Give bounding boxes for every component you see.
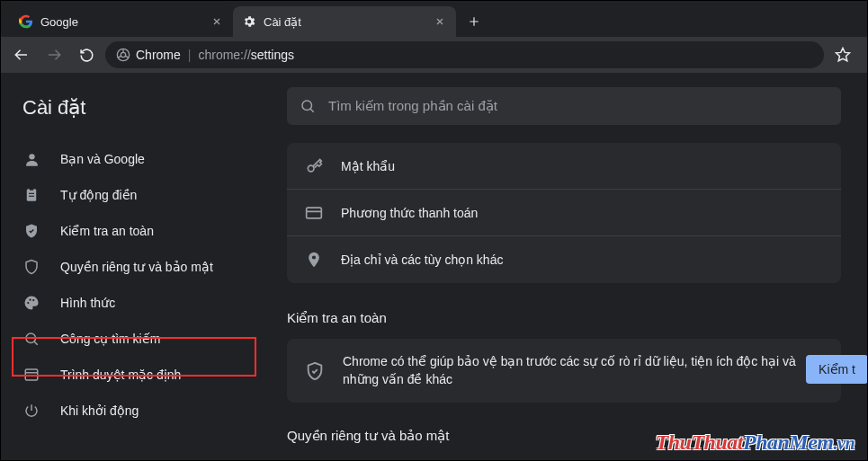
sidebar-item-label: Công cụ tìm kiếm [60,332,160,346]
tab-strip: Google Cài đặt [1,1,867,37]
svg-rect-3 [27,189,37,201]
tab-title: Cài đặt [264,15,425,29]
tab-google[interactable]: Google [10,6,233,37]
back-button[interactable] [8,41,35,68]
svg-point-10 [26,333,36,343]
safety-check-text: Chrome có thể giúp bảo vệ bạn trước các … [343,353,823,388]
gear-icon [242,14,256,29]
svg-point-7 [27,302,29,304]
row-label: Mật khẩu [341,159,395,173]
search-placeholder: Tìm kiếm trong phần cài đặt [328,98,497,114]
power-icon [22,402,40,420]
sidebar-item-default-browser[interactable]: Trình duyệt mặc định [1,357,247,393]
sidebar-item-search-engine[interactable]: Công cụ tìm kiếm [1,321,247,357]
pin-icon [305,251,323,269]
svg-rect-14 [307,208,322,218]
chrome-icon [116,48,130,62]
sidebar-item-safety-check[interactable]: Kiểm tra an toàn [1,213,247,249]
sidebar-item-label: Khi khởi động [60,403,139,418]
row-label: Phương thức thanh toán [341,206,478,220]
svg-point-12 [302,101,312,111]
shield-check-icon [22,222,40,240]
sidebar-item-label: Hình thức [60,296,115,310]
svg-rect-11 [25,369,38,380]
toolbar: Chrome | chrome://settings [1,37,867,73]
settings-search-input[interactable]: Tìm kiếm trong phần cài đặt [287,87,841,125]
address-bar[interactable]: Chrome | chrome://settings [105,41,824,68]
shield-icon [22,258,40,276]
content-area: Cài đặt Bạn và Google Tự động điền Kiểm … [1,73,867,460]
clipboard-icon [22,186,40,204]
key-icon [305,157,323,175]
sidebar-item-on-startup[interactable]: Khi khởi động [1,393,247,429]
shield-check-icon [305,361,325,381]
tab-settings[interactable]: Cài đặt [233,6,456,37]
sidebar-item-label: Quyền riêng tư và bảo mật [60,260,213,274]
sidebar-item-you-and-google[interactable]: Bạn và Google [1,141,247,177]
new-tab-button[interactable] [461,9,487,34]
settings-sidebar: Cài đặt Bạn và Google Tự động điền Kiểm … [1,73,262,460]
svg-point-8 [29,299,31,301]
privacy-heading: Quyền riêng tư và bảo mật [287,428,841,444]
autofill-card: Mật khẩu Phương thức thanh toán Địa chỉ … [287,143,841,283]
passwords-row[interactable]: Mật khẩu [287,143,841,190]
sidebar-item-label: Kiểm tra an toàn [60,224,154,238]
sidebar-item-label: Bạn và Google [60,152,145,166]
omnibox-url: chrome://settings [198,48,294,62]
svg-rect-6 [29,196,34,197]
sidebar-item-label: Trình duyệt mặc định [60,368,181,382]
chrome-chip: Chrome [116,48,181,62]
tab-title: Google [40,15,202,29]
sidebar-item-autofill[interactable]: Tự động điền [1,177,247,213]
palette-icon [22,294,40,312]
page-title: Cài đặt [1,87,262,141]
sidebar-item-label: Tự động điền [60,188,137,202]
reload-button[interactable] [73,41,100,68]
svg-point-9 [32,299,34,301]
settings-main: Tìm kiếm trong phần cài đặt Mật khẩu Phư… [262,73,867,460]
browser-icon [22,366,40,384]
search-icon [22,330,40,348]
svg-rect-5 [29,193,34,194]
person-icon [22,150,40,168]
omnibox-divider: | [188,48,192,62]
svg-rect-4 [30,188,34,191]
chrome-chip-label: Chrome [136,48,181,62]
payment-methods-row[interactable]: Phương thức thanh toán [287,190,841,236]
safety-check-button[interactable]: Kiểm t [806,355,868,384]
sidebar-item-appearance[interactable]: Hình thức [1,285,247,321]
google-favicon-icon [19,14,33,29]
sidebar-item-privacy[interactable]: Quyền riêng tư và bảo mật [1,249,247,285]
svg-point-1 [121,52,125,57]
svg-point-2 [29,154,34,159]
row-label: Địa chỉ và các tùy chọn khác [341,253,503,267]
forward-button[interactable] [40,41,67,68]
safety-check-card: Chrome có thể giúp bảo vệ bạn trước các … [287,339,841,403]
close-icon[interactable] [210,14,224,29]
safety-check-heading: Kiểm tra an toàn [287,310,841,326]
addresses-row[interactable]: Địa chỉ và các tùy chọn khác [287,236,841,283]
card-icon [305,204,323,222]
svg-point-15 [312,255,316,259]
close-icon[interactable] [433,14,447,29]
search-icon [300,98,316,114]
bookmark-star-button[interactable] [829,41,856,68]
